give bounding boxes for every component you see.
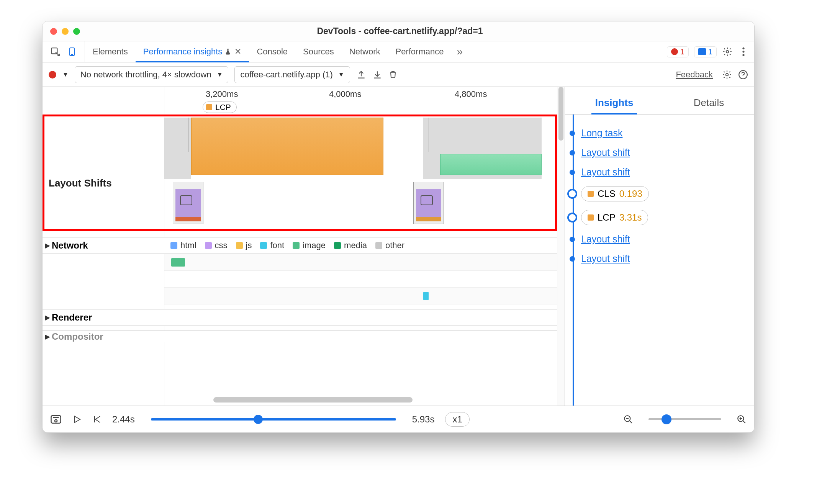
flame-block[interactable]: [191, 118, 383, 175]
svg-point-4: [742, 47, 744, 49]
network-bar[interactable]: [423, 292, 429, 300]
experiment-icon: [224, 48, 231, 56]
devtools-tabs-row: Elements Performance insights ✕ Console …: [43, 41, 754, 62]
insight-event[interactable]: Layout shift: [581, 167, 747, 178]
record-button[interactable]: [49, 71, 56, 79]
zoom-out-icon[interactable]: [623, 414, 633, 424]
playback-speed-chip[interactable]: x1: [445, 412, 469, 427]
message-icon: [698, 48, 706, 55]
inspect-element-icon[interactable]: [49, 46, 61, 57]
maximize-window-button[interactable]: [73, 28, 80, 35]
time-tick: 3,200ms: [206, 89, 238, 99]
zoom-in-icon[interactable]: [737, 414, 747, 424]
layout-shift-thumbnail[interactable]: [413, 182, 444, 224]
disclosure-triangle-icon[interactable]: ▶: [45, 332, 50, 341]
toolbar-settings-icon[interactable]: [722, 70, 732, 80]
sidebar-tab-details[interactable]: Details: [690, 92, 728, 114]
help-icon[interactable]: [738, 70, 748, 80]
feedback-link[interactable]: Feedback: [676, 70, 713, 80]
layout-shift-thumbnail[interactable]: [173, 182, 203, 224]
time-tick: 4,000ms: [329, 89, 361, 99]
flame-block[interactable]: [440, 154, 542, 175]
svg-point-7: [726, 73, 729, 76]
lcp-marker-chip[interactable]: LCP: [203, 101, 237, 113]
svg-point-3: [726, 51, 729, 53]
time-range-slider[interactable]: [151, 418, 396, 421]
export-icon[interactable]: [356, 70, 366, 80]
tab-elements[interactable]: Elements: [85, 41, 136, 62]
range-end-label: 5.93s: [412, 414, 435, 425]
delete-icon[interactable]: [388, 70, 398, 80]
network-legend: html css js font image media other: [170, 241, 404, 250]
time-ruler: 3,200ms 4,000ms 4,800ms LCP: [164, 87, 557, 118]
tab-performance-insights[interactable]: Performance insights ✕: [136, 41, 249, 62]
range-start-label: 2.44s: [112, 414, 135, 425]
tab-console[interactable]: Console: [249, 41, 295, 62]
traffic-lights: [43, 28, 80, 35]
error-icon: [671, 48, 678, 55]
layout-shifts-track[interactable]: [164, 118, 557, 179]
insights-sidebar: Insights Details Long task Layout shift …: [565, 87, 754, 406]
perf-insights-toolbar: ▼ No network throttling, 4× slowdown▼ co…: [43, 62, 754, 87]
flame-block[interactable]: [164, 118, 191, 179]
playback-bar: 2.44s 5.93s x1: [43, 406, 754, 432]
renderer-section-header[interactable]: ▶ Renderer: [43, 309, 557, 326]
tab-sources[interactable]: Sources: [295, 41, 342, 62]
message-count-badge[interactable]: 1: [694, 46, 717, 57]
titlebar: DevTools - coffee-cart.netlify.app/?ad=1: [43, 21, 754, 41]
play-icon[interactable]: [72, 414, 82, 424]
layout-shifts-label: Layout Shifts: [49, 177, 112, 189]
insight-lcp-metric[interactable]: LCP 3.31s: [581, 210, 747, 225]
compositor-section-header[interactable]: ▶ Compositor: [43, 331, 557, 342]
vertical-scrollbar[interactable]: [557, 87, 565, 406]
main-area: 3,200ms 4,000ms 4,800ms LCP: [43, 87, 754, 406]
device-toolbar-icon[interactable]: [66, 46, 78, 57]
svg-line-14: [629, 421, 632, 423]
window-title: DevTools - coffee-cart.netlify.app/?ad=1: [80, 26, 720, 36]
insight-event[interactable]: Long task: [581, 128, 747, 139]
lcp-color-swatch: [206, 104, 212, 110]
svg-point-5: [742, 51, 744, 52]
tab-performance[interactable]: Performance: [388, 41, 452, 62]
disclosure-triangle-icon[interactable]: ▶: [45, 241, 50, 250]
throttling-select[interactable]: No network throttling, 4× slowdown▼: [75, 66, 229, 83]
settings-icon[interactable]: [722, 46, 733, 57]
tab-network[interactable]: Network: [342, 41, 388, 62]
insight-event[interactable]: Layout shift: [581, 253, 747, 264]
disclosure-triangle-icon[interactable]: ▶: [45, 313, 50, 322]
toggle-screenshots-icon[interactable]: [50, 414, 62, 424]
error-count-badge[interactable]: 1: [667, 46, 689, 57]
record-dropdown-icon[interactable]: ▼: [62, 71, 69, 78]
insight-cls-metric[interactable]: CLS 0.193: [581, 186, 747, 201]
svg-point-6: [742, 54, 744, 56]
zoom-slider[interactable]: [648, 418, 721, 420]
close-window-button[interactable]: [50, 28, 57, 35]
minimize-window-button[interactable]: [62, 28, 69, 35]
seek-start-icon[interactable]: [92, 414, 102, 424]
more-tabs-icon[interactable]: »: [451, 46, 468, 58]
devtools-window: DevTools - coffee-cart.netlify.app/?ad=1…: [42, 21, 755, 433]
horizontal-scrollbar-thumb[interactable]: [213, 397, 413, 403]
more-menu-icon[interactable]: [738, 46, 749, 57]
network-section-header[interactable]: ▶ Network html css js font image media o…: [43, 237, 557, 254]
timeline-panel[interactable]: 3,200ms 4,000ms 4,800ms LCP: [43, 87, 565, 406]
close-tab-icon[interactable]: ✕: [234, 47, 241, 57]
network-bar[interactable]: [171, 258, 185, 267]
recording-select[interactable]: coffee-cart.netlify.app (1)▼: [234, 66, 350, 83]
time-tick: 4,800ms: [455, 89, 487, 99]
svg-line-17: [743, 421, 745, 423]
insight-event[interactable]: Layout shift: [581, 147, 747, 158]
svg-point-10: [55, 419, 57, 422]
horizontal-scrollbar[interactable]: [164, 372, 557, 379]
insight-event[interactable]: Layout shift: [581, 234, 747, 245]
import-icon[interactable]: [372, 70, 382, 80]
sidebar-tab-insights[interactable]: Insights: [591, 92, 637, 114]
